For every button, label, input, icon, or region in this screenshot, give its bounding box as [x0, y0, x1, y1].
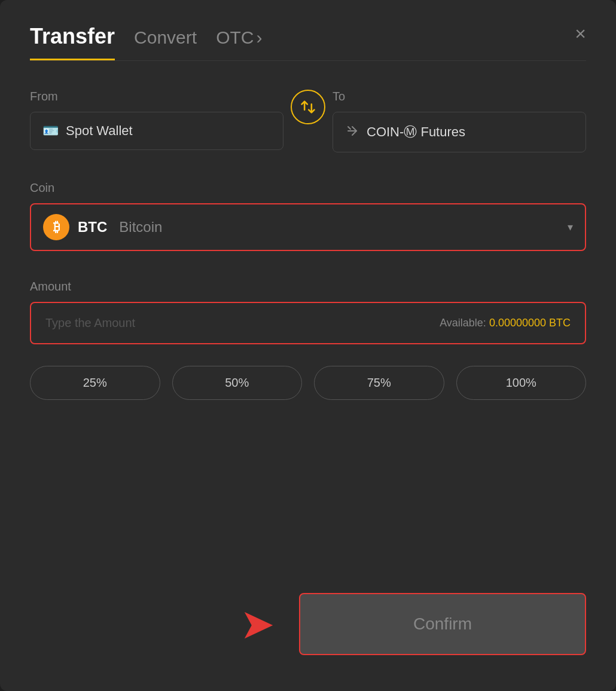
coin-symbol: BTC [78, 219, 107, 236]
to-label: To [333, 90, 586, 103]
amount-input-box[interactable]: Type the Amount Available: 0.00000000 BT… [30, 302, 586, 344]
swap-wrapper [283, 90, 333, 130]
percentage-buttons: 25% 50% 75% 100% [30, 366, 586, 400]
wallet-card-icon: 🪪 [42, 123, 59, 139]
confirm-section: ➤ Confirm [30, 581, 586, 655]
tab-transfer[interactable]: Transfer [30, 24, 115, 60]
to-wallet-name: COIN-Ⓜ Futures [367, 123, 465, 141]
confirm-button[interactable]: Confirm [299, 593, 586, 655]
btc-icon: ₿ [43, 214, 69, 240]
amount-section: Amount Type the Amount Available: 0.0000… [30, 280, 586, 344]
from-wallet-selector[interactable]: 🪪 Spot Wallet [30, 112, 283, 150]
from-label: From [30, 90, 283, 103]
tab-otc[interactable]: OTC › [216, 27, 262, 57]
pct-75-button[interactable]: 75% [314, 366, 444, 400]
modal-header: Transfer Convert OTC › × [30, 24, 586, 60]
from-block: From 🪪 Spot Wallet [30, 90, 283, 150]
header-divider [30, 60, 586, 61]
from-to-section: From 🪪 Spot Wallet To [30, 90, 586, 152]
to-block: To COIN-Ⓜ Futures [333, 90, 586, 152]
arrow-right-icon: ➤ [240, 603, 275, 645]
close-button[interactable]: × [575, 24, 586, 43]
tab-convert[interactable]: Convert [134, 27, 197, 57]
coin-label: Coin [30, 181, 586, 195]
amount-label: Amount [30, 280, 586, 293]
amount-placeholder: Type the Amount [45, 316, 135, 330]
pct-100-button[interactable]: 100% [456, 366, 587, 400]
transfer-modal: Transfer Convert OTC › × From 🪪 Spot Wal… [0, 0, 616, 691]
available-value: 0.00000000 BTC [489, 317, 571, 329]
amount-available: Available: 0.00000000 BTC [440, 317, 571, 329]
coin-name: Bitcoin [119, 219, 162, 236]
chevron-down-icon: ▾ [568, 221, 573, 234]
pct-25-button[interactable]: 25% [30, 366, 160, 400]
coin-section: Coin ₿ BTC Bitcoin ▾ [30, 181, 586, 251]
swap-button[interactable] [291, 90, 325, 124]
futures-icon [345, 124, 359, 141]
from-wallet-name: Spot Wallet [66, 123, 133, 139]
coin-selector[interactable]: ₿ BTC Bitcoin ▾ [30, 203, 586, 251]
pct-50-button[interactable]: 50% [172, 366, 303, 400]
to-wallet-selector[interactable]: COIN-Ⓜ Futures [333, 112, 586, 152]
